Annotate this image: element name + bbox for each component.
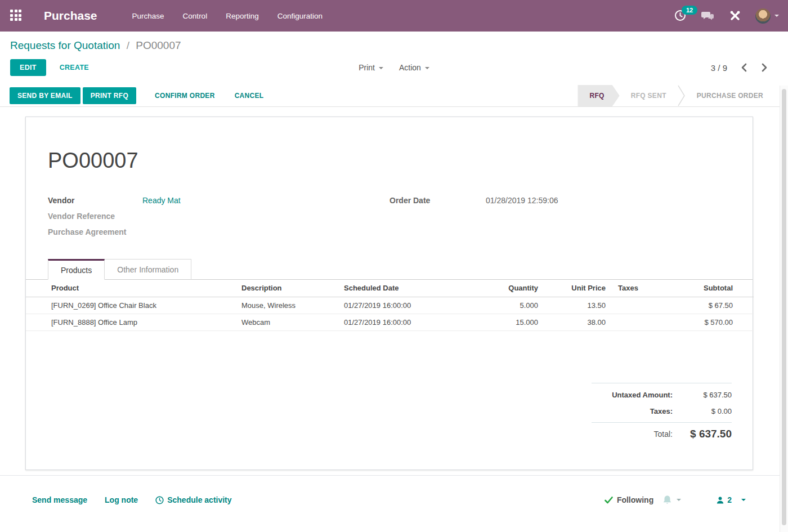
cell-description[interactable]: Webcam <box>241 314 344 330</box>
table-row[interactable]: [FURN_8888] Office Lamp Webcam 01/27/201… <box>26 314 754 330</box>
status-separator-icon <box>678 85 686 106</box>
followers-button[interactable]: 2 <box>716 495 746 504</box>
cell-unit-price[interactable]: 38.00 <box>538 314 606 330</box>
following-label: Following <box>617 495 653 504</box>
log-note-label: Log note <box>105 495 138 504</box>
menu-control[interactable]: Control <box>183 12 208 20</box>
status-step-rfq-sent[interactable]: RFQ SENT <box>620 85 678 106</box>
vendor-label: Vendor <box>48 196 142 205</box>
taxes-total-value: $ 0.00 <box>673 407 732 415</box>
breadcrumb-separator: / <box>127 39 129 51</box>
cell-product[interactable]: [FURN_8888] Office Lamp <box>26 314 241 330</box>
activities-icon[interactable]: 12 <box>674 10 687 22</box>
tab-other-information[interactable]: Other Information <box>105 259 191 280</box>
control-panel-buttons: EDIT CREATE Print Action 3 / 9 <box>10 59 778 77</box>
control-panel: Requests for Quotation / PO00007 EDIT CR… <box>0 32 788 77</box>
confirm-order-button[interactable]: CONFIRM ORDER <box>151 91 218 100</box>
cancel-button[interactable]: CANCEL <box>231 91 267 100</box>
status-pipeline: RFQ RFQ SENT PURCHASE ORDER <box>577 85 774 106</box>
pager-count: 3 / 9 <box>711 63 727 73</box>
col-unit-price-header: Unit Price <box>538 280 606 297</box>
breadcrumb-parent-link[interactable]: Requests for Quotation <box>10 39 120 51</box>
col-product-header: Product <box>26 280 241 297</box>
menu-configuration[interactable]: Configuration <box>277 12 323 20</box>
col-quantity-header: Quantity <box>462 280 538 297</box>
followers-caret-icon <box>741 499 746 501</box>
cell-quantity[interactable]: 5.000 <box>462 297 538 314</box>
cell-description[interactable]: Mouse, Wireless <box>241 297 344 314</box>
cell-unit-price[interactable]: 13.50 <box>538 297 606 314</box>
menu-reporting[interactable]: Reporting <box>226 12 259 20</box>
order-date-value[interactable]: 01/28/2019 12:59:06 <box>486 196 558 205</box>
tab-products[interactable]: Products <box>48 259 105 280</box>
avatar <box>755 8 771 24</box>
untaxed-amount-value: $ 637.50 <box>673 391 732 399</box>
action-menus: Print Action <box>10 63 778 72</box>
status-step-purchase-order[interactable]: PURCHASE ORDER <box>686 85 774 106</box>
chatter-divider <box>0 475 788 476</box>
schedule-activity-button[interactable]: Schedule activity <box>155 495 231 504</box>
cell-scheduled-date[interactable]: 01/27/2019 16:00:00 <box>344 314 462 330</box>
breadcrumb: Requests for Quotation / PO00007 <box>10 39 778 53</box>
cell-scheduled-date[interactable]: 01/27/2019 16:00:00 <box>344 297 462 314</box>
bell-icon <box>662 495 672 505</box>
app-title[interactable]: Purchase <box>44 9 97 23</box>
cell-subtotal[interactable]: $ 570.00 <box>665 314 754 330</box>
col-subtotal-header: Subtotal <box>665 280 754 297</box>
total-label: Total: <box>654 430 673 439</box>
following-button[interactable]: Following <box>605 495 653 504</box>
cell-taxes[interactable] <box>606 297 665 314</box>
total-value: $ 637.50 <box>673 428 732 440</box>
check-icon <box>605 497 613 504</box>
print-dropdown-label: Print <box>359 63 375 72</box>
create-button[interactable]: CREATE <box>56 63 92 72</box>
top-menu: Purchase Control Reporting Configuration <box>132 12 323 20</box>
record-pager: 3 / 9 <box>711 63 778 73</box>
menu-purchase[interactable]: Purchase <box>132 12 164 20</box>
scrollbar-track[interactable] <box>780 86 788 532</box>
field-group: Vendor Ready Mat Vendor Reference Purcha… <box>48 193 731 240</box>
col-scheduled-date-header: Scheduled Date <box>344 280 462 297</box>
notification-bell-button[interactable] <box>662 495 681 505</box>
tools-icon[interactable] <box>729 10 741 21</box>
log-note-button[interactable]: Log note <box>105 495 138 504</box>
user-menu[interactable] <box>755 8 779 24</box>
vendor-value-link[interactable]: Ready Mat <box>142 196 181 205</box>
col-description-header: Description <box>241 280 344 297</box>
action-dropdown[interactable]: Action <box>399 63 429 72</box>
table-header-row: Product Description Scheduled Date Quant… <box>26 280 754 297</box>
activity-count-badge: 12 <box>682 6 697 15</box>
form-statusbar: SEND BY EMAIL PRINT RFQ CONFIRM ORDER CA… <box>0 85 788 107</box>
totals-summary: Untaxed Amount: $ 637.50 Taxes: $ 0.00 T… <box>592 383 732 445</box>
purchase-agreement-label: Purchase Agreement <box>48 227 142 236</box>
cell-taxes[interactable] <box>606 314 665 330</box>
messages-icon[interactable] <box>701 10 715 21</box>
apps-menu-icon[interactable] <box>10 10 23 22</box>
chatter-right-tools: Following 2 <box>605 495 746 505</box>
breadcrumb-current: PO00007 <box>136 39 181 51</box>
followers-count: 2 <box>727 495 732 504</box>
bell-caret-icon <box>677 499 681 501</box>
edit-button[interactable]: EDIT <box>10 59 46 76</box>
print-dropdown[interactable]: Print <box>359 63 383 72</box>
cell-quantity[interactable]: 15.000 <box>462 314 538 330</box>
form-sheet: PO00007 Vendor Ready Mat Vendor Referenc… <box>25 117 753 470</box>
pager-next-icon[interactable] <box>761 63 768 72</box>
pager-previous-icon[interactable] <box>741 63 747 72</box>
send-by-email-button[interactable]: SEND BY EMAIL <box>10 87 80 104</box>
table-row[interactable]: [FURN_0269] Office Chair Black Mouse, Wi… <box>26 297 754 314</box>
chatter-toolbar: Send message Log note Schedule activity … <box>32 495 746 505</box>
scrollbar-thumb[interactable] <box>782 89 786 525</box>
cell-subtotal[interactable]: $ 67.50 <box>665 297 754 314</box>
action-dropdown-label: Action <box>399 63 421 72</box>
send-message-button[interactable]: Send message <box>32 495 87 504</box>
document-title: PO00007 <box>48 149 753 172</box>
status-step-rfq[interactable]: RFQ <box>577 85 619 106</box>
send-message-label: Send message <box>32 495 87 504</box>
followers-person-icon <box>716 496 724 504</box>
top-navbar: Purchase Purchase Control Reporting Conf… <box>0 0 788 32</box>
print-rfq-button[interactable]: PRINT RFQ <box>83 87 136 104</box>
systray: 12 <box>674 8 779 24</box>
cell-product[interactable]: [FURN_0269] Office Chair Black <box>26 297 241 314</box>
col-taxes-header: Taxes <box>606 280 665 297</box>
